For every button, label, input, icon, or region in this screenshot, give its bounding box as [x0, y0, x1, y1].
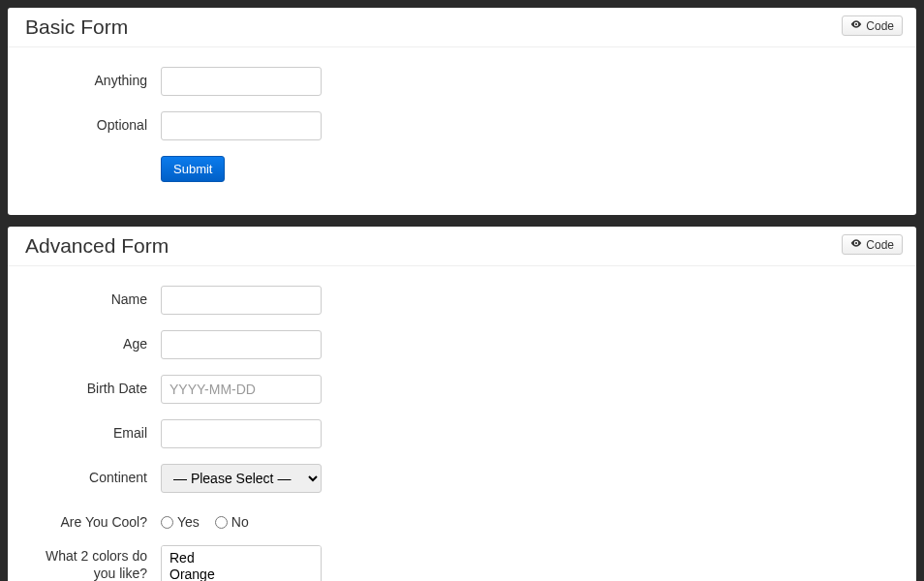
birthdate-label: Birth Date	[25, 375, 161, 396]
eye-icon	[850, 18, 862, 33]
optional-input[interactable]	[161, 111, 322, 140]
continent-label: Continent	[25, 464, 161, 485]
code-button-label: Code	[866, 19, 894, 33]
cool-no-radio[interactable]	[215, 516, 228, 529]
age-input[interactable]	[161, 330, 322, 359]
submit-button[interactable]: Submit	[161, 156, 225, 182]
color-option[interactable]: Red	[169, 550, 313, 566]
advanced-form-body: Name Age Birth Date Email Continent	[8, 266, 916, 581]
email-label: Email	[25, 419, 161, 441]
cool-no-label: No	[231, 514, 249, 530]
name-label: Name	[25, 286, 161, 307]
cool-label: Are You Cool?	[25, 508, 161, 530]
cool-radio-group: Yes No	[161, 508, 249, 530]
colors-label: What 2 colors do you like?	[25, 545, 161, 581]
eye-icon	[850, 237, 862, 252]
color-option[interactable]: Orange	[169, 566, 313, 581]
age-label: Age	[25, 330, 161, 352]
cool-yes-item[interactable]: Yes	[161, 514, 200, 530]
advanced-form-header: Advanced Form Code	[8, 227, 916, 266]
anything-label: Anything	[25, 67, 161, 88]
cool-no-item[interactable]: No	[215, 514, 249, 530]
birthdate-input[interactable]	[161, 375, 322, 404]
basic-form-title: Basic Form	[25, 15, 899, 39]
basic-form-header: Basic Form Code	[8, 8, 916, 47]
anything-input[interactable]	[161, 67, 322, 96]
cool-yes-label: Yes	[177, 514, 200, 530]
basic-form-body: Anything Optional Submit	[8, 47, 916, 215]
code-button-label: Code	[866, 238, 894, 252]
email-input[interactable]	[161, 419, 322, 448]
colors-select[interactable]: RedOrangeYellowGreen	[161, 545, 322, 581]
advanced-form-title: Advanced Form	[25, 234, 899, 258]
continent-select[interactable]: — Please Select —	[161, 464, 322, 493]
code-button[interactable]: Code	[842, 15, 903, 36]
optional-label: Optional	[25, 111, 161, 133]
name-input[interactable]	[161, 286, 322, 315]
advanced-form-panel: Advanced Form Code Name Age Birth Date	[8, 227, 916, 581]
cool-yes-radio[interactable]	[161, 516, 173, 529]
code-button[interactable]: Code	[842, 234, 903, 255]
basic-form-panel: Basic Form Code Anything Optional Submit	[8, 8, 916, 215]
